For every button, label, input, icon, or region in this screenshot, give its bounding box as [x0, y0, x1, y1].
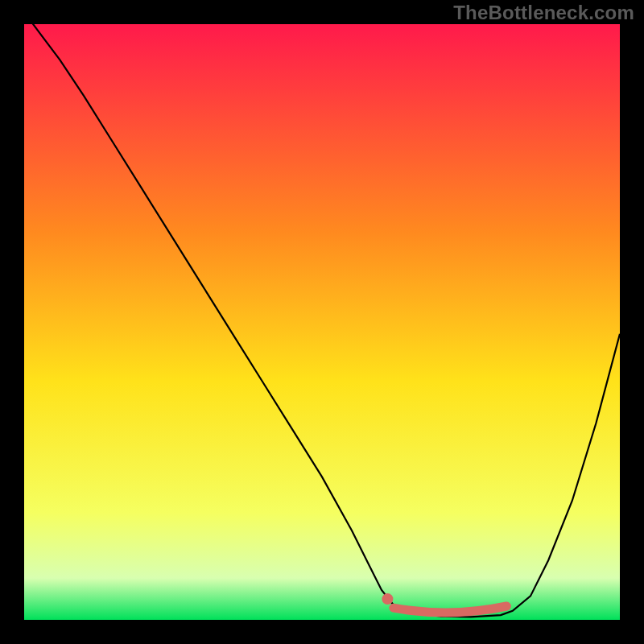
optimal-point-marker: [382, 593, 393, 605]
chart-frame: { "watermark": "TheBottleneck.com", "col…: [0, 0, 644, 644]
plot-background: [24, 24, 620, 620]
chart-svg: [0, 0, 644, 644]
